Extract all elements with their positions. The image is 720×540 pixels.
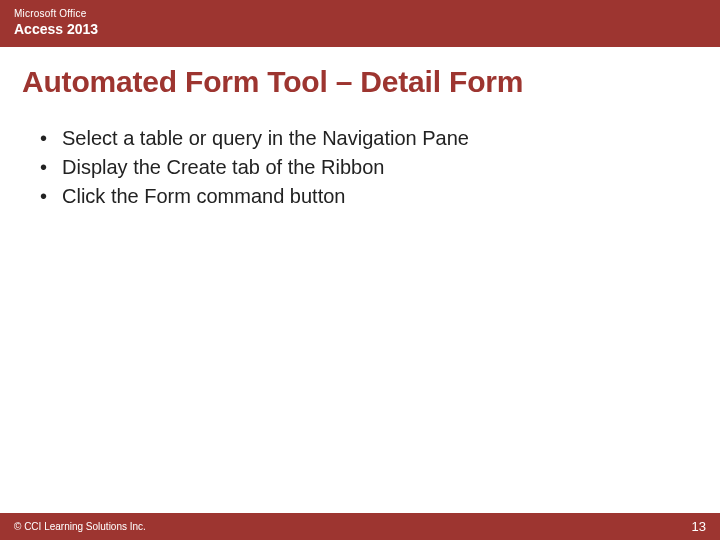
- slide: Microsoft Office Access 2013 Automated F…: [0, 0, 720, 540]
- footer-band: © CCI Learning Solutions Inc. 13: [0, 513, 720, 540]
- list-item: Display the Create tab of the Ribbon: [40, 154, 698, 181]
- slide-title: Automated Form Tool – Detail Form: [0, 47, 720, 107]
- footer-copyright: © CCI Learning Solutions Inc.: [14, 521, 146, 532]
- header-product: Access 2013: [14, 21, 706, 37]
- header-brand: Microsoft Office: [14, 8, 706, 20]
- page-number: 13: [692, 519, 706, 534]
- list-item: Click the Form command button: [40, 183, 698, 210]
- list-item: Select a table or query in the Navigatio…: [40, 125, 698, 152]
- bullet-list: Select a table or query in the Navigatio…: [0, 107, 720, 212]
- header-band: Microsoft Office Access 2013: [0, 0, 720, 47]
